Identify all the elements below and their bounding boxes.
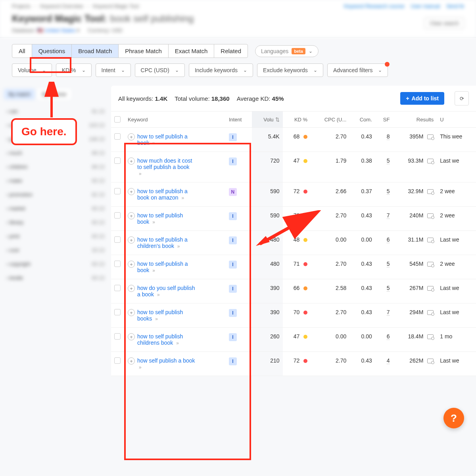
- keyword-link[interactable]: how to self publish a book: [137, 133, 188, 146]
- serp-icon[interactable]: [427, 310, 434, 315]
- add-to-list-button[interactable]: +Add to list: [400, 92, 444, 105]
- intent-badge: I: [229, 236, 237, 244]
- sidebar-item[interactable]: › print93 22: [4, 229, 107, 243]
- col-updated[interactable]: U: [437, 111, 476, 128]
- kd-cell: 72: [283, 352, 311, 376]
- serp-icon[interactable]: [427, 262, 434, 267]
- page-header: Projects› Keyword Overview› Keyword Magi…: [0, 0, 476, 37]
- expand-icon[interactable]: +: [128, 212, 135, 219]
- col-com[interactable]: Com.: [349, 111, 375, 128]
- expand-icon[interactable]: +: [128, 157, 135, 165]
- help-button[interactable]: ?: [443, 408, 464, 428]
- table-row: +how to self publish a book on amazon »N…: [111, 182, 476, 207]
- cpc-cell: 2.70: [311, 303, 349, 328]
- kd-cell: 70: [283, 303, 311, 328]
- row-checkbox[interactable]: [114, 157, 121, 164]
- serp-icon[interactable]: [427, 238, 434, 242]
- serp-icon[interactable]: [427, 189, 434, 194]
- row-checkbox[interactable]: [114, 333, 121, 340]
- refresh-button[interactable]: ⟳: [455, 91, 469, 106]
- tab-related[interactable]: Related: [214, 44, 248, 58]
- advanced-filters[interactable]: Advanced filters⌄: [327, 63, 388, 77]
- crumb[interactable]: Projects: [12, 3, 31, 9]
- sidebar-item[interactable]: › market93 22: [4, 202, 107, 215]
- results-cell: 18.4M: [393, 328, 437, 352]
- serp-icon[interactable]: [427, 159, 434, 163]
- col-keyword[interactable]: Keyword: [125, 111, 226, 128]
- link-manual[interactable]: User manual: [411, 3, 440, 9]
- sidebar-item[interactable]: › promotion82 22: [4, 188, 107, 202]
- tab-questions[interactable]: Questions: [32, 44, 72, 58]
- results-cell: 93.3M: [393, 152, 437, 182]
- link-course[interactable]: Keyword Research course: [344, 3, 404, 9]
- serp-icon[interactable]: [427, 359, 434, 363]
- link-feedback[interactable]: Send fe: [446, 3, 464, 9]
- serp-icon[interactable]: [427, 213, 434, 218]
- sidebar-item[interactable]: › much89 22: [4, 146, 107, 160]
- volume-filter[interactable]: Volume⌄: [12, 63, 52, 77]
- keyword-link[interactable]: how to self publish book: [137, 212, 183, 225]
- crumb[interactable]: Keyword Overview: [40, 3, 83, 9]
- serp-icon[interactable]: [427, 134, 434, 139]
- col-volume[interactable]: Volu⇅: [252, 111, 282, 128]
- row-checkbox[interactable]: [114, 212, 121, 219]
- serp-icon[interactable]: [427, 334, 434, 339]
- kd-filter[interactable]: KD %⌄: [56, 63, 92, 77]
- chevron-right-icon: »: [177, 244, 180, 249]
- keyword-link[interactable]: how to self-publish a book: [137, 261, 188, 273]
- expand-icon[interactable]: +: [128, 357, 135, 365]
- annotation-callout: Go here.: [11, 118, 77, 145]
- sidebar-item[interactable]: › library93 22: [4, 215, 107, 229]
- expand-icon[interactable]: +: [128, 236, 135, 244]
- tab-broad-match[interactable]: Broad Match: [72, 44, 119, 58]
- tab-exact-match[interactable]: Exact Match: [169, 44, 215, 58]
- languages-dropdown[interactable]: Languages beta ⌄: [255, 45, 319, 57]
- row-checkbox[interactable]: [114, 309, 121, 315]
- expand-icon[interactable]: +: [128, 133, 135, 140]
- sidebar-item[interactable]: › copyright93 22: [4, 257, 107, 271]
- chevron-right-icon: »: [155, 316, 158, 322]
- col-cpc[interactable]: CPC (U...: [311, 111, 349, 128]
- select-all-checkbox[interactable]: [114, 116, 121, 123]
- volume-cell: 5.4K: [252, 128, 282, 152]
- row-checkbox[interactable]: [114, 357, 121, 364]
- tab-phrase-match[interactable]: Phrase Match: [119, 44, 169, 58]
- col-results[interactable]: Results: [393, 111, 437, 128]
- exclude-keywords-filter[interactable]: Exclude keywords⌄: [257, 63, 323, 77]
- row-checkbox[interactable]: [114, 188, 121, 194]
- sidebar-item[interactable]: › kindle93 22: [4, 271, 107, 285]
- expand-icon[interactable]: +: [128, 188, 135, 195]
- row-checkbox[interactable]: [114, 133, 121, 140]
- keyword-link[interactable]: how much does it cost to self publish a …: [137, 157, 192, 170]
- intent-filter[interactable]: Intent⌄: [96, 63, 131, 77]
- sidebar-item[interactable]: › children89 22: [4, 160, 107, 174]
- expand-icon[interactable]: +: [128, 261, 135, 268]
- keyword-link[interactable]: how to self publish a book on amazon: [137, 188, 188, 201]
- kd-dot-icon: [303, 190, 307, 194]
- crumb[interactable]: Keyword Magic Tool: [93, 3, 139, 9]
- kd-dot-icon: [303, 159, 307, 163]
- col-intent[interactable]: Intent: [226, 111, 252, 128]
- sidebar-item[interactable]: › make93 22: [4, 174, 107, 188]
- clear-search-button[interactable]: Clear search: [424, 17, 464, 29]
- keyword-link[interactable]: how do you self publish a book: [137, 285, 195, 298]
- serp-icon[interactable]: [427, 286, 434, 291]
- include-keywords-filter[interactable]: Include keywords⌄: [189, 63, 253, 77]
- col-sf[interactable]: SF: [375, 111, 393, 128]
- com-cell: 0.43: [349, 255, 375, 279]
- expand-icon[interactable]: +: [128, 309, 135, 316]
- row-checkbox[interactable]: [114, 285, 121, 291]
- cpc-filter[interactable]: CPC (USD)⌄: [135, 63, 185, 77]
- sf-cell: 5: [375, 152, 393, 182]
- keyword-link[interactable]: how to self publish books: [137, 309, 183, 322]
- row-checkbox[interactable]: [114, 261, 121, 267]
- col-kd[interactable]: KD %: [283, 111, 311, 128]
- keyword-link[interactable]: how self publish a book: [137, 357, 195, 364]
- tab-all[interactable]: All: [12, 44, 32, 58]
- expand-icon[interactable]: +: [128, 285, 135, 292]
- sidebar-item[interactable]: › cost33 22: [4, 243, 107, 257]
- sidebar-tab-match[interactable]: By match: [4, 89, 35, 100]
- expand-icon[interactable]: +: [128, 333, 135, 340]
- beta-badge: beta: [292, 48, 305, 54]
- row-checkbox[interactable]: [114, 236, 121, 243]
